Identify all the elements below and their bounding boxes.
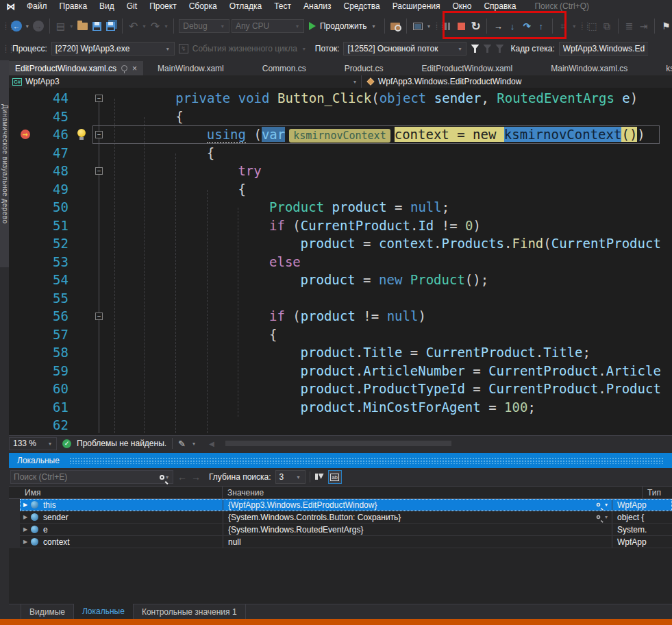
menu-item-тест[interactable]: Тест bbox=[268, 0, 297, 13]
code-cleanup-icon[interactable]: ✎ bbox=[178, 439, 186, 449]
quick-search-input[interactable]: Поиск (Ctrl+Q) bbox=[532, 1, 612, 12]
breakpoint-margin[interactable] bbox=[9, 416, 34, 434]
continue-button[interactable]: Продолжить ▾ bbox=[306, 21, 379, 31]
breakpoint-margin[interactable] bbox=[9, 180, 34, 199]
fold-margin[interactable] bbox=[92, 271, 113, 289]
search-depth-combobox[interactable]: 3 ▾ bbox=[275, 470, 306, 484]
search-next-icon[interactable]: → bbox=[191, 471, 201, 482]
fold-margin[interactable] bbox=[92, 326, 113, 344]
fold-margin[interactable] bbox=[92, 362, 113, 380]
menu-item-справка[interactable]: Справка bbox=[477, 0, 522, 13]
fold-margin[interactable]: − bbox=[92, 307, 113, 326]
undo-dropdown[interactable]: ▾ bbox=[142, 23, 147, 29]
collapse-icon[interactable]: − bbox=[95, 95, 103, 102]
fold-margin[interactable] bbox=[92, 180, 113, 199]
step-into-button[interactable]: ↓ bbox=[506, 19, 519, 34]
thread-combobox[interactable]: [12552] Основной поток ▾ bbox=[343, 42, 466, 56]
filter-icon[interactable] bbox=[471, 45, 479, 53]
step-over-button[interactable]: ↷ bbox=[521, 19, 533, 34]
magnifier-icon[interactable] bbox=[597, 503, 601, 507]
menu-item-сборка[interactable]: Сборка bbox=[183, 0, 223, 13]
fold-margin[interactable]: − bbox=[92, 162, 113, 180]
code-editor[interactable]: 44−private void Button_Click(object send… bbox=[9, 88, 672, 435]
code-line-57[interactable]: 57{ bbox=[9, 326, 672, 344]
magnifier-icon[interactable] bbox=[597, 515, 601, 519]
search-options-dropdown[interactable]: ▾ bbox=[164, 474, 170, 480]
code-line-44[interactable]: 44−private void Button_Click(object send… bbox=[9, 89, 672, 108]
breakpoint-current-statement-icon[interactable]: → bbox=[21, 130, 30, 139]
collapse-icon[interactable]: − bbox=[95, 312, 103, 320]
scrollbar-thumb[interactable] bbox=[225, 441, 451, 446]
code-line-51[interactable]: 51if (CurrentProduct.Id != 0) bbox=[9, 217, 672, 235]
menu-item-git[interactable]: Git bbox=[121, 0, 143, 13]
fold-margin[interactable] bbox=[92, 416, 113, 434]
pin-filter-icon[interactable] bbox=[314, 472, 324, 482]
tool-tab-Контрольные значения 1[interactable]: Контрольные значения 1 bbox=[134, 604, 246, 619]
tool-tab-Локальные[interactable]: Локальные bbox=[74, 604, 134, 619]
navigate-back-button[interactable]: ← bbox=[10, 19, 23, 34]
redo-button[interactable]: ↷ bbox=[149, 19, 162, 34]
breakpoint-margin[interactable]: → bbox=[9, 125, 34, 144]
back-dropdown[interactable]: ▾ bbox=[25, 23, 30, 29]
breakpoint-margin[interactable] bbox=[9, 289, 34, 308]
toolbar-grip[interactable]: ⋮⋮⋮⋮ bbox=[579, 23, 584, 29]
expand-icon[interactable]: ▶ bbox=[20, 526, 31, 532]
format-lines-button[interactable]: ≣ bbox=[623, 19, 636, 34]
breakpoint-margin[interactable] bbox=[9, 253, 34, 271]
menu-item-средства[interactable]: Средства bbox=[338, 0, 386, 13]
locals-search-input[interactable]: Поиск (Ctrl+E) ▾ bbox=[10, 470, 173, 484]
breakpoint-margin[interactable] bbox=[9, 144, 34, 162]
code-line-53[interactable]: 53else bbox=[9, 253, 672, 271]
fold-margin[interactable]: − bbox=[92, 89, 113, 108]
menu-item-отладка[interactable]: Отладка bbox=[223, 0, 268, 13]
close-icon[interactable]: × bbox=[132, 64, 137, 73]
lifecycle-events-label[interactable]: События жизненного цикла bbox=[192, 44, 297, 53]
step-out-button[interactable]: ↑ bbox=[535, 19, 547, 34]
breakpoint-margin[interactable] bbox=[9, 89, 34, 108]
hex-display-button[interactable]: ⌗ bbox=[557, 19, 569, 34]
locals-row-e[interactable]: ▶e{System.Windows.RoutedEventArgs}System… bbox=[20, 524, 672, 536]
expand-icon[interactable]: ▶ bbox=[20, 502, 31, 508]
code-line-54[interactable]: 54product = new Product(); bbox=[9, 271, 672, 289]
fold-margin[interactable] bbox=[92, 398, 113, 417]
breakpoint-margin[interactable] bbox=[9, 343, 34, 362]
doc-tab-MainWindow.xaml[interactable]: MainWindow.xaml bbox=[151, 61, 230, 75]
search-prev-icon[interactable]: ← bbox=[177, 471, 187, 482]
fold-margin[interactable] bbox=[92, 343, 113, 362]
menu-item-расширения[interactable]: Расширения bbox=[386, 0, 447, 13]
breakpoint-margin[interactable] bbox=[9, 198, 34, 217]
fold-margin[interactable] bbox=[92, 198, 113, 217]
breakpoint-margin[interactable] bbox=[9, 307, 34, 326]
new-file-button[interactable]: ▤ bbox=[55, 19, 67, 34]
locals-row-this[interactable]: ▶this{WpfApp3.Windows.EditProductWindow}… bbox=[20, 499, 672, 511]
locals-panel-header[interactable]: Локальные bbox=[9, 453, 672, 468]
save-button[interactable] bbox=[90, 19, 103, 34]
code-line-59[interactable]: 59product.ArticleNumber = CurrentProduct… bbox=[9, 362, 672, 380]
code-line-56[interactable]: 56−if (product != null) bbox=[9, 307, 672, 326]
pin-icon[interactable] bbox=[121, 65, 127, 71]
code-line-48[interactable]: 48−try bbox=[9, 162, 672, 180]
code-line-61[interactable]: 61product.MinCostForAgent = 100; bbox=[9, 398, 672, 417]
column-header-name[interactable]: Имя bbox=[20, 487, 223, 498]
code-line-55[interactable]: 55 bbox=[9, 289, 672, 308]
fold-margin[interactable] bbox=[92, 217, 113, 235]
variable-value[interactable]: {System.Windows.Controls.Button: Сохрани… bbox=[223, 511, 612, 523]
variable-value[interactable]: {System.Windows.RoutedEventArgs} bbox=[223, 524, 612, 535]
fold-margin[interactable] bbox=[92, 289, 113, 308]
menu-item-окно[interactable]: Окно bbox=[446, 0, 477, 13]
code-line-52[interactable]: 52product = context.Products.Find(Curren… bbox=[9, 234, 672, 253]
fold-margin[interactable] bbox=[92, 234, 113, 253]
expand-icon[interactable]: ▶ bbox=[20, 539, 31, 545]
project-dropdown[interactable]: C# WpfApp3 ▾ bbox=[9, 75, 362, 88]
breakpoint-margin[interactable] bbox=[9, 217, 34, 235]
new-file-dropdown[interactable]: ▾ bbox=[69, 23, 74, 29]
code-line-60[interactable]: 60product.ProductTypeId = CurrentProduct… bbox=[9, 380, 672, 398]
redo-dropdown[interactable]: ▾ bbox=[163, 23, 169, 29]
save-all-button[interactable] bbox=[105, 19, 117, 34]
code-line-49[interactable]: 49{ bbox=[9, 180, 672, 199]
toolbar-grip[interactable]: ⋮⋮⋮⋮ bbox=[3, 23, 8, 29]
code-line-62[interactable]: 62 bbox=[9, 416, 672, 434]
menu-item-анализ[interactable]: Анализ bbox=[297, 0, 338, 13]
show-next-statement-button[interactable]: → bbox=[492, 19, 504, 34]
fold-margin[interactable] bbox=[92, 108, 113, 126]
